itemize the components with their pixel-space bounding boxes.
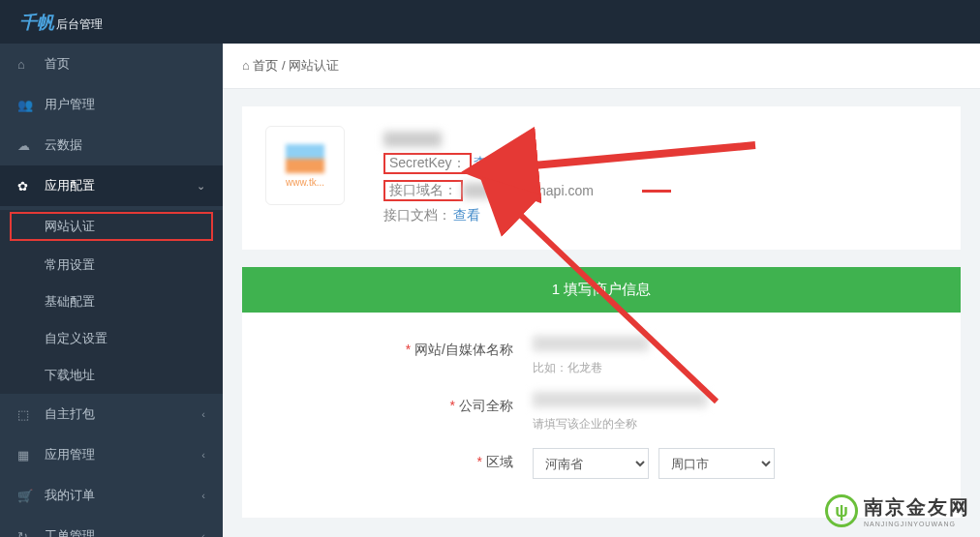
breadcrumb: ⌂ 首页 / 网站认证 [223, 44, 980, 89]
blurred-title [383, 132, 442, 147]
doc-view-link[interactable]: 查看 [453, 207, 480, 224]
sidebar-item-home[interactable]: ⌂ 首页 [0, 44, 223, 84]
apps-icon: ▦ [17, 448, 35, 462]
users-icon: 👥 [17, 98, 35, 112]
content: ⌂ 首页 / 网站认证 www.tk... SecretKey： 查看 接口域名… [223, 44, 980, 537]
sidebar-subitem-common[interactable]: 常用设置 [0, 247, 223, 283]
sidebar-item-users[interactable]: 👥 用户管理 [0, 84, 223, 125]
sidebar-item-label: 应用管理 [45, 446, 95, 463]
region-province-select[interactable]: 河南省 [533, 448, 649, 479]
site-name-label: *网站/自媒体名称 [281, 336, 513, 359]
gear-icon: ✿ [17, 179, 35, 194]
blurred-domain-prefix [463, 183, 492, 198]
sidebar-item-label: 首页 [45, 55, 70, 73]
sidebar-item-cloud[interactable]: ☁ 云数据 [0, 125, 223, 165]
archive-icon: ⬚ [17, 407, 35, 422]
region-city-select[interactable]: 周口市 [658, 448, 775, 479]
secretkey-label: SecretKey： [383, 153, 472, 174]
red-underline-annotation [642, 190, 671, 193]
sidebar-subitem-siteauth[interactable]: 网站认证 [8, 210, 215, 243]
watermark-subtext: NANJINGJINYOUWANG [864, 521, 970, 527]
avatar: www.tk... [265, 126, 345, 205]
domain-value: .qianfanapi.com [498, 183, 594, 198]
doc-label: 接口文档： [383, 207, 451, 224]
cart-icon: 🛒 [17, 489, 35, 503]
chevron-left-icon: ‹ [201, 449, 205, 461]
avatar-image [286, 144, 324, 173]
sidebar-item-appconfig[interactable]: ✿ 应用配置 ⌄ [0, 165, 223, 206]
breadcrumb-current: 网站认证 [289, 58, 339, 73]
sidebar-subitem-basic[interactable]: 基础配置 [0, 283, 223, 320]
chevron-left-icon: ‹ [201, 408, 205, 420]
wrench-icon: ↻ [17, 529, 35, 538]
sidebar-item-label: 用户管理 [45, 96, 95, 113]
sidebar-item-label: 云数据 [45, 136, 82, 154]
watermark-icon: ψ [825, 494, 858, 527]
topbar: 千帆后台管理 [0, 0, 980, 44]
sidebar-subitem-download[interactable]: 下载地址 [0, 357, 223, 394]
cloud-icon: ☁ [17, 138, 35, 153]
chevron-left-icon: ‹ [201, 490, 205, 501]
sidebar-item-label: 应用配置 [45, 177, 95, 194]
sidebar-submenu: 网站认证 常用设置 基础配置 自定义设置 下载地址 [0, 210, 223, 394]
company-label: *公司全称 [281, 392, 513, 415]
info-card: www.tk... SecretKey： 查看 接口域名： .qianfanap… [242, 106, 961, 250]
home-icon: ⌂ [17, 57, 35, 72]
home-icon: ⌂ [242, 58, 250, 73]
form-card: 1 填写商户信息 *网站/自媒体名称 比如：化龙巷 *公司全称 请填写该企业的全… [242, 267, 961, 518]
secretkey-view-link[interactable]: 查看 [474, 155, 501, 172]
company-value-blurred [533, 392, 707, 407]
chevron-down-icon: ⌄ [197, 180, 205, 193]
company-hint: 请填写该企业的全称 [533, 416, 707, 433]
sidebar: ⌂ 首页 👥 用户管理 ☁ 云数据 ✿ 应用配置 ⌄ 网站认证 常用设置 基础配… [0, 44, 223, 537]
sidebar-item-apps[interactable]: ▦ 应用管理 ‹ [0, 434, 223, 475]
sidebar-item-pack[interactable]: ⬚ 自主打包 ‹ [0, 394, 223, 434]
chevron-left-icon: ‹ [201, 530, 205, 537]
region-label: *区域 [281, 448, 513, 471]
breadcrumb-home[interactable]: 首页 [253, 58, 278, 73]
sidebar-subitem-custom[interactable]: 自定义设置 [0, 320, 223, 357]
sidebar-item-label: 工单管理 [45, 527, 95, 537]
avatar-url: www.tk... [286, 177, 324, 188]
sidebar-item-label: 自主打包 [45, 405, 95, 423]
site-name-value-blurred [533, 336, 649, 351]
logo: 千帆后台管理 [19, 11, 103, 34]
sidebar-item-tickets[interactable]: ↻ 工单管理 ‹ [0, 516, 223, 537]
domain-label: 接口域名： [383, 180, 463, 201]
step-header: 1 填写商户信息 [242, 267, 961, 313]
sidebar-item-label: 我的订单 [45, 487, 95, 504]
site-name-hint: 比如：化龙巷 [533, 360, 649, 376]
watermark-text: 南京金友网 [864, 496, 970, 518]
watermark: ψ 南京金友网 NANJINGJINYOUWANG [825, 494, 970, 527]
sidebar-item-orders[interactable]: 🛒 我的订单 ‹ [0, 475, 223, 516]
